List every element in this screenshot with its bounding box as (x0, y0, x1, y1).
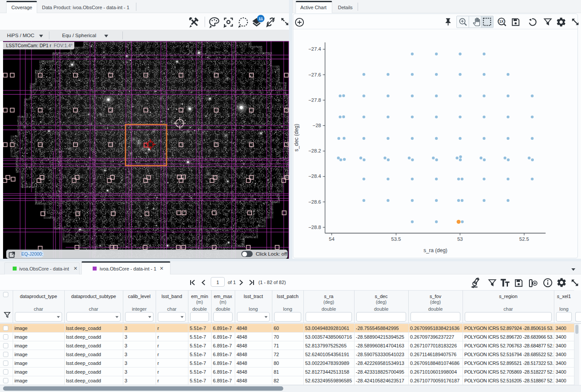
svg-text:−27.4: −27.4 (308, 46, 321, 52)
svg-text:−28.8: −28.8 (308, 225, 321, 230)
svg-text:1X: 1X (499, 20, 504, 24)
svg-text:−28.4: −28.4 (308, 173, 321, 179)
svg-text:s_dec (deg): s_dec (deg) (293, 124, 299, 151)
svg-text:53.5: 53.5 (391, 236, 401, 242)
svg-text:53: 53 (457, 236, 463, 242)
svg-text:54: 54 (329, 236, 334, 242)
svg-text:−27.8: −27.8 (308, 97, 321, 103)
svg-text:−28: −28 (313, 123, 321, 128)
svg-text:s_ra (deg): s_ra (deg) (424, 247, 448, 253)
svg-text:52.5: 52.5 (519, 236, 529, 242)
svg-text:−27.6: −27.6 (308, 72, 321, 77)
svg-text:−28.6: −28.6 (308, 199, 321, 205)
svg-text:−28.2: −28.2 (308, 148, 321, 153)
